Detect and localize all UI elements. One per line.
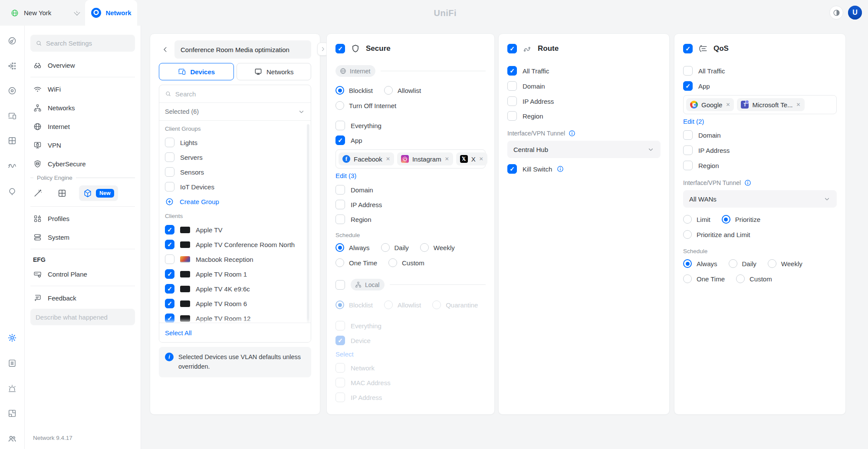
radio[interactable] xyxy=(335,86,344,95)
client-row[interactable]: Apple TV Conference Room North xyxy=(165,237,305,252)
remove-tag-icon[interactable] xyxy=(796,102,801,108)
checkbox[interactable] xyxy=(165,269,174,279)
insights-icon[interactable] xyxy=(7,186,17,196)
checkbox-region[interactable]: Region xyxy=(507,111,661,121)
topology-icon[interactable] xyxy=(7,61,17,71)
theme-toggle-button[interactable] xyxy=(829,6,843,20)
radio-daily[interactable]: Daily xyxy=(729,259,756,268)
radio-always[interactable]: Always xyxy=(683,259,717,268)
radio[interactable] xyxy=(335,258,344,267)
checkbox[interactable] xyxy=(507,96,517,106)
route-enable-checkbox[interactable] xyxy=(507,44,517,53)
group-row[interactable]: Servers xyxy=(165,150,305,165)
checkbox[interactable] xyxy=(683,145,693,155)
radio-one-time[interactable]: One Time xyxy=(683,274,725,283)
sidebar-item-profiles[interactable]: Profiles xyxy=(30,211,135,226)
sidebar-item-feedback[interactable]: Feedback xyxy=(30,291,135,305)
checkbox[interactable] xyxy=(335,200,345,209)
record-icon[interactable] xyxy=(7,86,17,96)
system-log-icon[interactable] xyxy=(7,358,17,368)
client-row[interactable]: Apple TV Room 1 xyxy=(165,267,305,281)
clients-icon[interactable] xyxy=(7,136,17,145)
radio-custom[interactable]: Custom xyxy=(388,258,424,267)
alerts-icon[interactable] xyxy=(7,384,17,393)
local-enable-checkbox[interactable] xyxy=(335,280,345,290)
group-row[interactable]: Lights xyxy=(165,135,305,150)
radio[interactable] xyxy=(335,101,344,110)
radio[interactable] xyxy=(335,243,344,252)
devices-icon[interactable] xyxy=(7,111,17,121)
checkbox[interactable] xyxy=(165,182,174,191)
radio[interactable] xyxy=(736,274,745,283)
magic-wand-icon[interactable] xyxy=(33,188,43,198)
radio-custom[interactable]: Custom xyxy=(736,274,772,283)
radio[interactable] xyxy=(381,243,390,252)
checkbox[interactable] xyxy=(165,225,174,234)
checkbox[interactable] xyxy=(507,66,517,76)
checkbox[interactable] xyxy=(335,135,345,145)
radio[interactable] xyxy=(768,259,776,268)
list-scrollbar[interactable] xyxy=(307,124,309,326)
create-group-button[interactable]: Create Group xyxy=(165,194,305,209)
user-avatar[interactable]: U xyxy=(848,6,862,20)
device-scroll-area[interactable]: Client Groups Lights Servers Sensors IoT… xyxy=(159,121,311,324)
checkbox-app[interactable]: App xyxy=(683,81,837,91)
radio-prioritize[interactable]: Prioritize xyxy=(722,215,760,224)
settings-search[interactable] xyxy=(30,35,135,52)
device-search-input[interactable] xyxy=(175,90,305,98)
device-search[interactable] xyxy=(159,85,311,103)
selected-collapse-row[interactable]: Selected (6) xyxy=(159,103,311,121)
sidebar-item-system[interactable]: System xyxy=(30,230,135,244)
select-all-link[interactable]: Select All xyxy=(165,329,192,337)
sidebar-item-control-plane[interactable]: Control Plane xyxy=(30,267,135,281)
group-row[interactable]: Sensors xyxy=(165,165,305,179)
checkbox-ip-address[interactable]: IP Address xyxy=(507,96,661,106)
statistics-icon[interactable] xyxy=(7,161,17,171)
radio-limit[interactable]: Limit xyxy=(683,215,710,224)
settings-gear-icon[interactable] xyxy=(7,333,17,343)
checkbox[interactable] xyxy=(683,66,693,76)
edit-apps-link[interactable]: Edit (2) xyxy=(683,118,704,125)
radio-weekly[interactable]: Weekly xyxy=(420,243,455,252)
checkbox-everything[interactable]: Everything xyxy=(335,121,486,130)
settings-search-input[interactable] xyxy=(46,40,130,47)
radio-always[interactable]: Always xyxy=(335,243,370,252)
info-icon[interactable] xyxy=(568,129,576,137)
radio[interactable] xyxy=(384,86,393,95)
tab-devices[interactable]: Devices xyxy=(159,63,234,80)
checkbox[interactable] xyxy=(683,81,693,91)
floorplan-icon[interactable] xyxy=(7,409,17,418)
client-row[interactable]: Apple TV Room 6 xyxy=(165,296,305,311)
sidebar-item-overview[interactable]: Overview xyxy=(30,58,135,73)
client-row[interactable]: Apple TV Room 12 xyxy=(165,311,305,324)
checkbox-domain[interactable]: Domain xyxy=(507,81,661,91)
tunnel-select[interactable]: All WANs xyxy=(683,190,837,208)
radio-turn-off-internet[interactable]: Turn Off Internet xyxy=(335,101,486,110)
client-row[interactable]: Macbook Reception xyxy=(165,252,305,267)
policy-engine-active-mode[interactable]: New xyxy=(79,185,118,201)
checkbox[interactable] xyxy=(165,254,174,264)
info-icon[interactable] xyxy=(744,179,752,187)
checkbox-app[interactable]: App xyxy=(335,135,486,145)
checkbox-ip-address[interactable]: IP Address xyxy=(683,145,837,155)
remove-tag-icon[interactable] xyxy=(479,156,483,162)
client-row[interactable]: Apple TV 4K e9:6c xyxy=(165,281,305,296)
remove-tag-icon[interactable] xyxy=(445,156,449,162)
radio[interactable] xyxy=(722,215,730,224)
secure-enable-checkbox[interactable] xyxy=(335,44,345,53)
checkbox[interactable] xyxy=(507,81,517,91)
radio-weekly[interactable]: Weekly xyxy=(768,259,802,268)
radio[interactable] xyxy=(683,259,692,268)
checkbox-domain[interactable]: Domain xyxy=(683,130,837,140)
group-row[interactable]: IoT Devices xyxy=(165,179,305,194)
checkbox[interactable] xyxy=(165,284,174,294)
checkbox-all-traffic[interactable]: All Traffic xyxy=(683,66,837,76)
radio-prioritize-and-limit[interactable]: Prioritize and Limit xyxy=(683,230,837,239)
radio[interactable] xyxy=(420,243,429,252)
checkbox[interactable] xyxy=(507,111,517,121)
radio[interactable] xyxy=(388,258,397,267)
radio-daily[interactable]: Daily xyxy=(381,243,409,252)
back-button[interactable] xyxy=(159,40,172,59)
checkbox[interactable] xyxy=(165,240,174,249)
checkbox[interactable] xyxy=(165,314,174,323)
